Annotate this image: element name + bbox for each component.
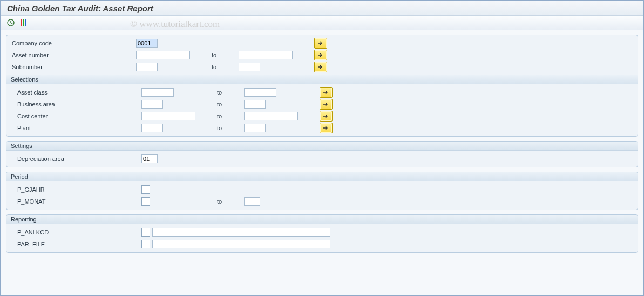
row-p-monat: P_MONAT to xyxy=(6,196,638,207)
input-depreciation-area[interactable] xyxy=(141,154,158,163)
panel-settings: Settings Depreciation area xyxy=(6,141,638,167)
panel-title-settings: Settings xyxy=(6,142,638,151)
arrow-right-icon xyxy=(317,41,324,46)
panel-top: Company code Asset number to xyxy=(6,35,638,137)
to-label: to xyxy=(217,89,244,96)
row-asset-class: Asset class to xyxy=(6,86,638,98)
input-p-anlkcd[interactable] xyxy=(152,228,330,237)
execute-button[interactable] xyxy=(6,18,16,28)
label-p-monat: P_MONAT xyxy=(12,198,141,205)
label-par-file: PAR_FILE xyxy=(12,241,141,247)
arrow-right-icon xyxy=(323,125,329,131)
row-depreciation-area: Depreciation area xyxy=(6,153,638,165)
checkbox-p-gjahr[interactable] xyxy=(141,185,150,194)
arrow-right-icon xyxy=(323,90,329,95)
panel-period: Period P_GJAHR P_MONAT to xyxy=(6,172,638,210)
label-p-anlkcd: P_ANLKCD xyxy=(12,229,141,236)
label-plant: Plant xyxy=(12,125,141,131)
page-title: China Golden Tax Audit: Asset Report xyxy=(7,4,637,13)
row-p-gjahr: P_GJAHR xyxy=(6,184,638,196)
input-subnumber-from[interactable] xyxy=(136,63,158,71)
input-subnumber-to[interactable] xyxy=(239,63,260,71)
multiselect-plant[interactable] xyxy=(320,123,333,133)
input-asset-class-from[interactable] xyxy=(141,88,174,97)
input-business-area-from[interactable] xyxy=(141,100,163,109)
multiselect-business-area[interactable] xyxy=(320,99,333,110)
app-window: China Golden Tax Audit: Asset Report © w… xyxy=(0,0,644,296)
label-p-gjahr: P_GJAHR xyxy=(12,186,141,193)
to-label: to xyxy=(217,101,244,107)
label-cost-center: Cost center xyxy=(12,113,141,119)
checkbox-p-anlkcd[interactable] xyxy=(141,228,150,237)
to-label: to xyxy=(212,64,239,70)
arrow-right-icon xyxy=(323,113,329,119)
input-cost-center-from[interactable] xyxy=(141,112,195,120)
label-depreciation-area: Depreciation area xyxy=(12,156,141,162)
toolbar xyxy=(1,16,643,30)
multiselect-asset-class[interactable] xyxy=(320,87,333,98)
input-company-code[interactable] xyxy=(136,39,158,48)
to-label: to xyxy=(217,198,244,205)
label-company-code: Company code xyxy=(12,40,136,46)
multiselect-cost-center[interactable] xyxy=(320,111,333,122)
form-content: Company code Asset number to xyxy=(1,30,643,253)
row-subnumber: Subnumber to xyxy=(6,61,638,73)
checkbox-p-monat[interactable] xyxy=(141,197,150,206)
to-label: to xyxy=(217,125,244,131)
row-par-file: PAR_FILE xyxy=(6,238,638,250)
row-business-area: Business area to xyxy=(6,98,638,110)
row-cost-center: Cost center to xyxy=(6,110,638,122)
input-cost-center-to[interactable] xyxy=(244,112,298,120)
row-plant: Plant to xyxy=(6,122,638,134)
panel-title-reporting: Reporting xyxy=(6,215,638,224)
input-asset-number-from[interactable] xyxy=(136,51,190,59)
panel-title-selections: Selections xyxy=(6,75,638,84)
label-asset-class: Asset class xyxy=(12,89,141,96)
arrow-right-icon xyxy=(317,52,324,58)
multiselect-company-code[interactable] xyxy=(314,38,327,49)
input-asset-number-to[interactable] xyxy=(239,51,293,59)
clock-execute-icon xyxy=(6,18,15,27)
svg-rect-1 xyxy=(21,19,22,26)
row-p-anlkcd: P_ANLKCD xyxy=(6,226,638,238)
svg-rect-3 xyxy=(25,19,26,26)
input-par-file[interactable] xyxy=(152,240,330,248)
arrow-right-icon xyxy=(323,102,329,107)
variant-icon xyxy=(19,18,28,27)
svg-rect-2 xyxy=(23,19,24,26)
input-business-area-to[interactable] xyxy=(244,100,266,109)
label-asset-number: Asset number xyxy=(12,52,136,58)
multiselect-subnumber[interactable] xyxy=(314,62,327,72)
input-plant-to[interactable] xyxy=(244,124,266,132)
panel-reporting: Reporting P_ANLKCD PAR_FILE xyxy=(6,214,638,253)
checkbox-par-file[interactable] xyxy=(141,240,150,248)
input-plant-from[interactable] xyxy=(141,124,163,132)
input-p-monat-to[interactable] xyxy=(244,197,260,206)
arrow-right-icon xyxy=(317,64,324,70)
row-asset-number: Asset number to xyxy=(6,49,638,61)
label-business-area: Business area xyxy=(12,101,141,107)
titlebar: China Golden Tax Audit: Asset Report xyxy=(1,1,643,16)
input-asset-class-to[interactable] xyxy=(244,88,276,97)
row-company-code: Company code xyxy=(6,37,638,49)
to-label: to xyxy=(217,113,244,119)
panel-title-period: Period xyxy=(6,172,638,181)
to-label: to xyxy=(212,52,239,58)
label-subnumber: Subnumber xyxy=(12,64,136,70)
multiselect-asset-number[interactable] xyxy=(314,50,327,60)
variant-button[interactable] xyxy=(19,18,29,28)
